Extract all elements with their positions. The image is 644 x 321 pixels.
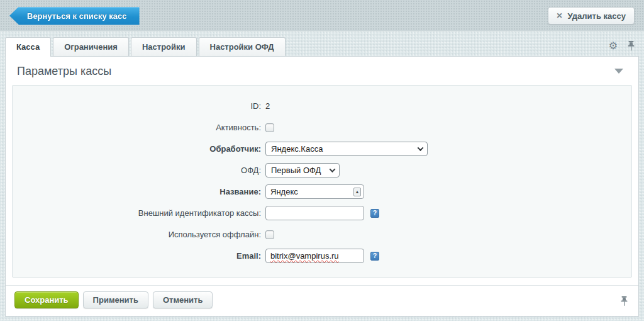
ofd-label: ОФД: bbox=[13, 166, 261, 175]
cancel-button[interactable]: Отменить bbox=[153, 291, 213, 308]
save-button[interactable]: Сохранить bbox=[14, 291, 79, 308]
form-row-offline: Используется оффлайн: bbox=[13, 227, 631, 242]
handler-label: Обработчик: bbox=[13, 144, 261, 154]
top-toolbar: Вернуться к списку касс ✕ Удалить кассу bbox=[0, 0, 644, 31]
gear-icon[interactable]: ⚙ bbox=[609, 41, 618, 51]
offline-checkbox[interactable] bbox=[265, 230, 274, 239]
translit-icon[interactable]: ▲ bbox=[353, 188, 361, 196]
form-row-name: Название: ▲ bbox=[13, 184, 631, 199]
pin-icon[interactable] bbox=[627, 40, 635, 51]
id-value: 2 bbox=[265, 101, 270, 111]
tab-kassa[interactable]: Касса bbox=[5, 37, 51, 57]
collapse-section-icon[interactable] bbox=[614, 69, 623, 74]
form-row-ofd: ОФД: Первый ОФД bbox=[13, 163, 631, 177]
page-title: Параметры кассы bbox=[17, 65, 111, 77]
external-id-input[interactable] bbox=[265, 206, 364, 220]
footer-button-bar: Сохранить Применить Отменить bbox=[6, 285, 638, 316]
delete-kassa-button[interactable]: ✕ Удалить кассу bbox=[548, 7, 635, 25]
email-value: bitrix@vampirus.ru bbox=[270, 251, 339, 261]
tab-strip: Касса Ограничения Настройки Настройки ОФ… bbox=[0, 31, 644, 56]
external-id-label: Внешний идентификатор кассы: bbox=[13, 208, 261, 218]
delete-kassa-label: Удалить кассу bbox=[568, 11, 626, 21]
pin-icon[interactable] bbox=[620, 296, 628, 307]
content-panel: Параметры кассы ID: 2 Активность: Обрабо… bbox=[5, 56, 639, 317]
chevron-down-icon bbox=[330, 166, 336, 172]
active-label: Активность: bbox=[13, 123, 261, 132]
active-checkbox[interactable] bbox=[265, 123, 274, 132]
form-row-email: Email: bitrix@vampirus.ru ? bbox=[13, 249, 631, 263]
id-label: ID: bbox=[13, 101, 261, 111]
section-header: Параметры кассы bbox=[6, 57, 638, 85]
email-field[interactable]: bitrix@vampirus.ru bbox=[265, 249, 364, 263]
back-to-list-button[interactable]: Вернуться к списку касс bbox=[9, 7, 140, 25]
tab-nastroyki-ofd[interactable]: Настройки ОФД bbox=[199, 37, 286, 56]
help-icon[interactable]: ? bbox=[370, 209, 379, 218]
name-label: Название: bbox=[13, 187, 261, 196]
handler-select[interactable]: Яндекс.Касса bbox=[265, 142, 428, 156]
email-label: Email: bbox=[13, 251, 261, 261]
offline-label: Используется оффлайн: bbox=[13, 230, 261, 239]
page: Вернуться к списку касс ✕ Удалить кассу … bbox=[0, 0, 644, 317]
tab-ogranicheniya[interactable]: Ограничения bbox=[53, 37, 129, 56]
form-row-handler: Обработчик: Яндекс.Касса bbox=[13, 142, 631, 156]
ofd-select[interactable]: Первый ОФД bbox=[265, 163, 340, 177]
tab-nastroyki[interactable]: Настройки bbox=[131, 37, 197, 56]
name-input[interactable] bbox=[265, 184, 364, 199]
form-row-active: Активность: bbox=[13, 120, 631, 135]
form-row-external-id: Внешний идентификатор кассы: ? bbox=[13, 206, 631, 220]
apply-button[interactable]: Применить bbox=[83, 291, 148, 308]
close-icon: ✕ bbox=[557, 11, 563, 20]
chevron-down-icon bbox=[418, 145, 424, 151]
form-row-id: ID: 2 bbox=[13, 99, 631, 113]
help-icon[interactable]: ? bbox=[370, 252, 379, 261]
kassa-form: ID: 2 Активность: Обработчик: Яндекс.Кас… bbox=[12, 85, 632, 278]
ofd-select-value: Первый ОФД bbox=[271, 166, 321, 175]
handler-select-value: Яндекс.Касса bbox=[271, 144, 323, 154]
tab-strip-icons: ⚙ bbox=[609, 40, 635, 56]
